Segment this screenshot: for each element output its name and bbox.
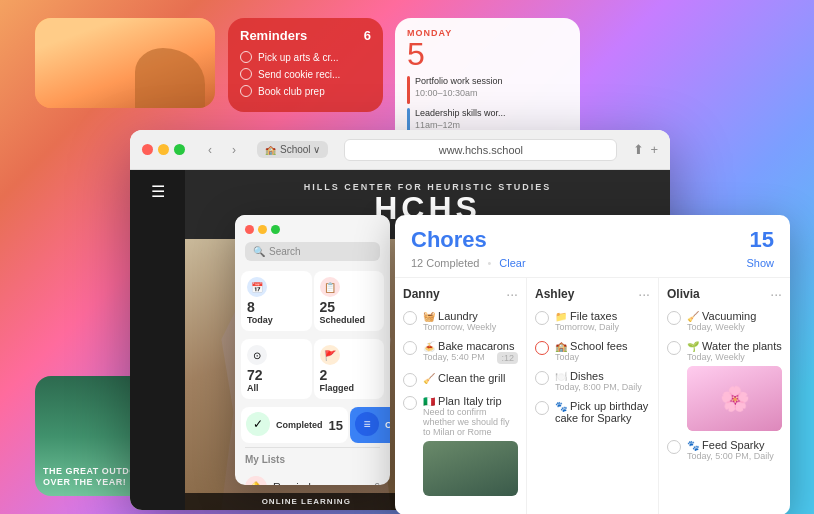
italy-image	[423, 441, 518, 496]
calendar-day: MONDAY	[407, 28, 568, 38]
smart-list-chores[interactable]: ≡ Chores 15 !	[350, 407, 390, 443]
chore-macarons: 🍝 Bake macarons Today, 5:40 PM :12	[403, 340, 518, 364]
rem-close[interactable]	[245, 225, 254, 234]
reminder-item-3: Book club prep	[240, 85, 371, 97]
reminders-widget-count: 6	[364, 28, 371, 43]
reminder-item-2: Send cookie reci...	[240, 68, 371, 80]
back-button[interactable]: ‹	[201, 141, 219, 159]
danny-options[interactable]: ···	[506, 286, 518, 302]
minimize-button[interactable]	[158, 144, 169, 155]
reminders-app-header: 🔍 Search	[235, 215, 390, 267]
calendar-event-1: Portfolio work session 10:00–10:30am	[407, 76, 568, 104]
close-button[interactable]	[142, 144, 153, 155]
col-name-ashley: Ashley	[535, 287, 574, 301]
search-icon: 🔍	[253, 246, 265, 257]
chores-count: 15	[750, 227, 774, 253]
chore-water-plants: 🌱 Water the plants Today, Weekly 🌸	[667, 340, 782, 431]
menu-icon[interactable]: ☰	[151, 182, 165, 201]
smart-list-flagged[interactable]: 🚩 2 Flagged	[314, 339, 385, 399]
smart-list-all[interactable]: ⊙ 72 All	[241, 339, 312, 399]
browser-nav: ‹ ›	[201, 141, 243, 159]
rem-minimize[interactable]	[258, 225, 267, 234]
share-icon[interactable]: ⬆	[633, 142, 644, 157]
forward-button[interactable]: ›	[225, 141, 243, 159]
olivia-options[interactable]: ···	[770, 286, 782, 302]
list-item-reminders[interactable]: 🔔 Reminders 6	[235, 471, 390, 485]
address-bar[interactable]: www.hchs.school	[344, 139, 617, 161]
dog-widget	[35, 18, 215, 108]
smart-lists-row2: ⊙ 72 All 🚩 2 Flagged	[235, 335, 390, 403]
completed-chores-row: ✓ Completed 15 ≡ Chores 15 !	[235, 403, 390, 447]
chore-grill: 🧹 Clean the grill	[403, 372, 518, 387]
chore-laundry: 🧺 Laundry Tomorrow, Weekly	[403, 310, 518, 332]
chores-completed: 12 Completed	[411, 257, 480, 269]
col-name-olivia: Olivia	[667, 287, 700, 301]
chores-columns: Danny ··· 🧺 Laundry Tomorrow, Weekly 🍝 B…	[395, 278, 790, 514]
school-sidebar: ☰	[130, 170, 185, 510]
my-lists: 🔔 Reminders 6 👪 Family 7 ⭐ Work 5 🛒 Groc…	[235, 467, 390, 485]
ashley-options[interactable]: ···	[638, 286, 650, 302]
reminders-app: 🔍 Search 📅 8 Today 📋 25 Scheduled ⊙ 72 A…	[235, 215, 390, 485]
chore-cake: 🐾 Pick up birthday cake for Sparky	[535, 400, 650, 424]
chores-title: Chores	[411, 227, 487, 253]
chore-italy: 🇮🇹 Plan Italy trip Need to confirm wheth…	[403, 395, 518, 496]
flowers-photo: 🌸	[687, 366, 782, 431]
col-name-danny: Danny	[403, 287, 440, 301]
smart-lists-row1: 📅 8 Today 📋 25 Scheduled	[235, 267, 390, 335]
add-tab-icon[interactable]: +	[650, 142, 658, 157]
rem-maximize[interactable]	[271, 225, 280, 234]
reminders-traffic-lights	[245, 225, 380, 234]
browser-tabs: 🏫 School ∨	[257, 141, 328, 158]
chore-feed-sparky: 🐾 Feed Sparky Today, 5:00 PM, Daily	[667, 439, 782, 461]
chores-col-ashley: Ashley ··· 📁 File taxes Tomorrow, Daily …	[527, 278, 659, 514]
chores-header: Chores 15 12 Completed • Clear Show	[395, 215, 790, 278]
time-badge: :12	[497, 352, 518, 364]
chores-app: Chores 15 12 Completed • Clear Show Dann…	[395, 215, 790, 514]
chore-vacuuming: 🧹 Vacuuming Today, Weekly	[667, 310, 782, 332]
maximize-button[interactable]	[174, 144, 185, 155]
chores-clear-button[interactable]: Clear	[499, 257, 525, 269]
my-lists-label: My Lists	[235, 448, 390, 467]
chore-dishes: 🍽️ Dishes Today, 8:00 PM, Daily	[535, 370, 650, 392]
chores-col-olivia: Olivia ··· 🧹 Vacuuming Today, Weekly 🌱 W…	[659, 278, 790, 514]
smart-list-completed[interactable]: ✓ Completed 15	[241, 407, 348, 443]
reminders-widget: Reminders 6 Pick up arts & cr... Send co…	[228, 18, 383, 112]
browser-tab-school[interactable]: 🏫 School ∨	[257, 141, 328, 158]
online-learning-badge: ONLINE LEARNING	[185, 493, 428, 510]
smart-list-scheduled[interactable]: 📋 25 Scheduled	[314, 271, 385, 331]
chores-col-danny: Danny ··· 🧺 Laundry Tomorrow, Weekly 🍝 B…	[395, 278, 527, 514]
chores-show-button[interactable]: Show	[746, 257, 774, 269]
search-placeholder: Search	[269, 246, 301, 257]
reminder-item-1: Pick up arts & cr...	[240, 51, 371, 63]
chore-school-fees: 🏫 School fees Today	[535, 340, 650, 362]
smart-list-today[interactable]: 📅 8 Today	[241, 271, 312, 331]
calendar-date: 5	[407, 38, 568, 70]
browser-actions: ⬆ +	[633, 142, 658, 157]
chore-taxes: 📁 File taxes Tomorrow, Daily	[535, 310, 650, 332]
browser-titlebar: ‹ › 🏫 School ∨ www.hchs.school ⬆ +	[130, 130, 670, 170]
traffic-lights	[142, 144, 185, 155]
reminders-widget-title: Reminders	[240, 28, 307, 43]
reminders-search[interactable]: 🔍 Search	[245, 242, 380, 261]
